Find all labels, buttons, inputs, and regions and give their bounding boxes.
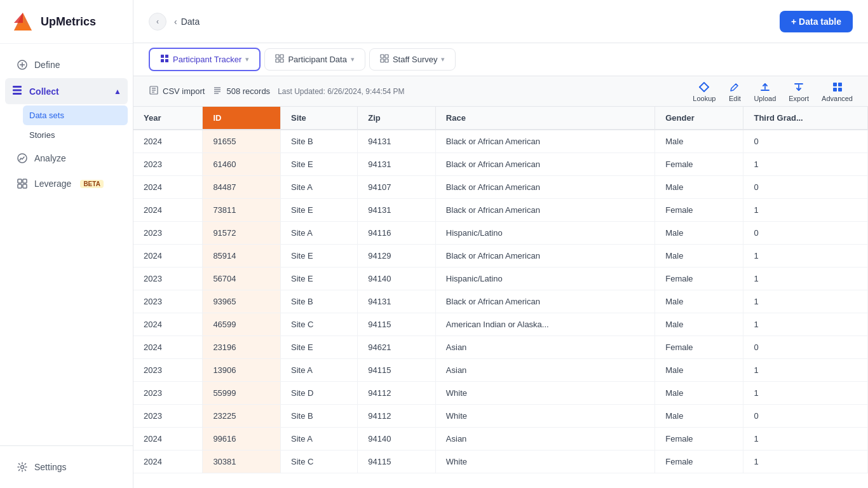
edit-label: Edit (729, 95, 741, 102)
sidebar-item-define[interactable]: Define (5, 53, 128, 77)
col-gender[interactable]: Gender (655, 107, 743, 130)
sidebar-item-stories[interactable]: Stories (23, 125, 128, 145)
svg-point-9 (18, 154, 27, 163)
svg-rect-12 (18, 184, 22, 188)
cell-site: Site E (280, 268, 357, 290)
cell-zip: 94112 (358, 382, 436, 405)
cell-site: Site E (280, 153, 357, 176)
table-row[interactable]: 2024 73811 Site E 94131 Black or African… (133, 199, 868, 222)
stories-label: Stories (29, 130, 55, 140)
svg-rect-10 (18, 179, 22, 183)
tab-participant-tracker[interactable]: Participant Tracker ▾ (149, 48, 261, 71)
add-data-table-button[interactable]: + Data table (780, 11, 853, 32)
cell-gender: Male (655, 130, 743, 153)
lookup-button[interactable]: Lookup (693, 81, 715, 102)
cell-year: 2024 (133, 245, 203, 268)
collect-icon (11, 85, 23, 98)
sidebar-item-settings[interactable]: Settings (5, 455, 128, 479)
cell-zip: 94112 (358, 405, 436, 428)
svg-rect-21 (276, 59, 279, 62)
col-race[interactable]: Race (435, 107, 654, 130)
svg-point-14 (21, 466, 24, 469)
leverage-icon (17, 178, 28, 189)
back-arrow-icon[interactable]: ‹ (174, 17, 177, 27)
collapse-sidebar-button[interactable]: ‹ (149, 13, 166, 30)
cell-site: Site E (280, 245, 357, 268)
table-row[interactable]: 2024 30381 Site C 94115 White Female 1 (133, 451, 868, 473)
col-year[interactable]: Year (133, 107, 203, 130)
cell-third: 0 (743, 405, 868, 428)
svg-rect-38 (833, 88, 837, 92)
table-row[interactable]: 2023 61460 Site E 94131 Black or African… (133, 153, 868, 176)
tab-staff-survey[interactable]: Staff Survey ▾ (369, 48, 456, 71)
cell-year: 2024 (133, 130, 203, 153)
sidebar-item-collect[interactable]: Collect ▲ (5, 78, 128, 104)
tab-participant-tracker-label: Participant Tracker (173, 55, 241, 64)
cell-gender: Male (655, 290, 743, 313)
table-row[interactable]: 2024 85914 Site E 94129 Black or African… (133, 245, 868, 268)
cell-race: Asian (435, 336, 654, 359)
sidebar-item-data-sets[interactable]: Data sets (23, 105, 128, 125)
cell-third: 1 (743, 199, 868, 222)
cell-third: 1 (743, 245, 868, 268)
cell-site: Site A (280, 359, 357, 382)
col-zip[interactable]: Zip (358, 107, 436, 130)
cell-third: 0 (743, 176, 868, 199)
table-row[interactable]: 2024 91655 Site B 94131 Black or African… (133, 130, 868, 153)
export-button[interactable]: Export (789, 81, 809, 102)
cell-id: 23196 (203, 336, 281, 359)
cell-race: American Indian or Alaska... (435, 313, 654, 336)
table-row[interactable]: 2023 55999 Site D 94112 White Male 1 (133, 382, 868, 405)
table-row[interactable]: 2023 13906 Site A 94115 Asian Male 1 (133, 359, 868, 382)
table-row[interactable]: 2024 46599 Site C 94115 American Indian … (133, 313, 868, 336)
col-site[interactable]: Site (280, 107, 357, 130)
upload-button[interactable]: Upload (754, 81, 776, 102)
cell-zip: 94115 (358, 359, 436, 382)
sidebar-item-analyze[interactable]: Analyze (5, 146, 128, 170)
svg-rect-24 (385, 55, 388, 58)
tabs-bar: Participant Tracker ▾ Participant Data ▾… (133, 43, 868, 76)
advanced-button[interactable]: Advanced (822, 81, 853, 102)
svg-rect-20 (280, 55, 283, 58)
svg-rect-8 (13, 93, 22, 95)
tab-participant-tracker-chevron[interactable]: ▾ (245, 55, 249, 64)
cell-site: Site B (280, 405, 357, 428)
cell-id: 85914 (203, 245, 281, 268)
records-count-label: 508 records (226, 86, 270, 96)
tab-participant-data-label: Participant Data (288, 55, 347, 64)
col-id[interactable]: ID (203, 107, 281, 130)
table-row[interactable]: 2023 93965 Site B 94131 Black or African… (133, 290, 868, 313)
edit-button[interactable]: Edit (728, 81, 741, 102)
toolbar-right: Lookup Edit Upload Export (693, 81, 853, 102)
cell-third: 1 (743, 313, 868, 336)
svg-rect-13 (23, 184, 27, 188)
tab-staff-survey-chevron[interactable]: ▾ (441, 55, 445, 64)
collect-section: Collect ▲ Data sets Stories (5, 78, 128, 145)
upmetrics-logo-icon (11, 10, 34, 33)
svg-rect-25 (381, 59, 384, 62)
cell-zip: 94131 (358, 153, 436, 176)
table-row[interactable]: 2023 23225 Site B 94112 White Male 0 (133, 405, 868, 428)
table-row[interactable]: 2023 91572 Site A 94116 Hispanic/Latino … (133, 222, 868, 245)
svg-marker-2 (14, 13, 23, 23)
svg-rect-16 (165, 55, 168, 58)
tab-participant-data[interactable]: Participant Data ▾ (264, 48, 365, 71)
cell-zip: 94131 (358, 130, 436, 153)
csv-import-button[interactable]: CSV import (149, 85, 205, 97)
toolbar-left: CSV import 508 records Last Updated: 6/2… (149, 85, 682, 97)
svg-rect-23 (381, 55, 384, 58)
sidebar-item-leverage[interactable]: Leverage BETA (5, 172, 128, 196)
cell-id: 46599 (203, 313, 281, 336)
table-row[interactable]: 2024 99616 Site A 94140 Asian Female 1 (133, 428, 868, 451)
svg-rect-37 (838, 83, 842, 86)
col-third-grade[interactable]: Third Grad... (743, 107, 868, 130)
cell-zip: 94115 (358, 313, 436, 336)
svg-rect-18 (165, 59, 168, 62)
tab-staff-survey-icon (380, 54, 389, 65)
table-row[interactable]: 2024 23196 Site E 94621 Asian Female 0 (133, 336, 868, 359)
toolbar: CSV import 508 records Last Updated: 6/2… (133, 76, 868, 107)
table-row[interactable]: 2024 84487 Site A 94107 Black or African… (133, 176, 868, 199)
records-icon (212, 85, 222, 97)
tab-participant-data-chevron[interactable]: ▾ (351, 55, 355, 64)
table-row[interactable]: 2023 56704 Site E 94140 Hispanic/Latino … (133, 268, 868, 290)
